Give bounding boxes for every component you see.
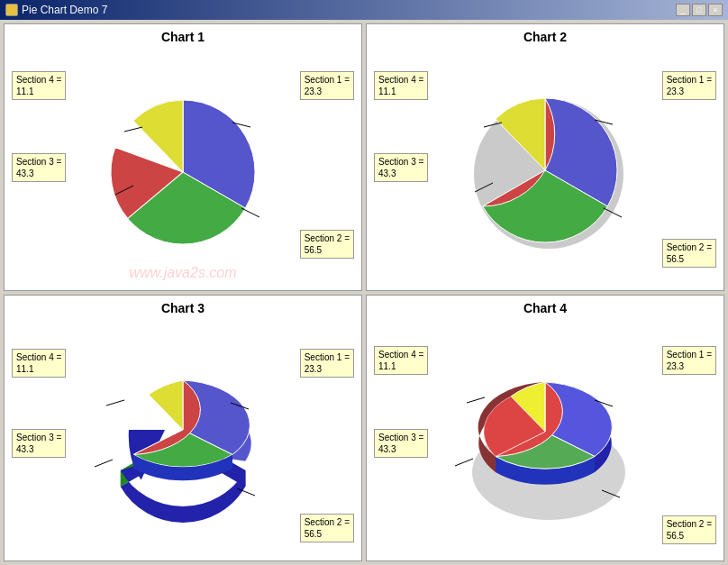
chart4-svg <box>432 342 658 535</box>
chart4-label-s3: Section 3 =43.3 <box>374 429 428 458</box>
chart2-svg <box>446 73 644 262</box>
watermark: www.java2s.com <box>129 265 236 281</box>
chart2-panel: Chart 2 <box>366 23 724 291</box>
chart3-svg <box>70 344 296 533</box>
svg-line-17 <box>455 459 473 466</box>
chart3-label-s1: Section 1 =23.3 <box>300 349 354 378</box>
window-title: Pie Chart Demo 7 <box>22 4 107 16</box>
chart3-label-s2: Section 2 =56.5 <box>300 514 354 542</box>
chart4-label-s1: Section 1 =23.3 <box>662 346 716 375</box>
svg-line-12 <box>95 460 113 467</box>
chart1-area: Section 1 =23.3 Section 2 =56.5 Section … <box>5 46 361 290</box>
chart1-label-s2: Section 2 =56.5 <box>300 230 354 259</box>
chart3-panel: Chart 3 <box>4 295 362 562</box>
chart2-title: Chart 2 <box>523 24 567 46</box>
chart4-area: Section 1 =23.3 Section 2 =56.5 Section … <box>367 317 723 561</box>
chart3-label-s4: Section 4 =11.1 <box>12 349 66 378</box>
chart1-panel: Chart 1 <box>4 23 362 291</box>
chart3-label-s3: Section 3 =43.3 <box>12 429 66 458</box>
chart2-area: Section 1 =23.3 Section 2 =56.5 Section … <box>367 46 723 290</box>
main-content: Chart 1 <box>0 20 728 565</box>
minimize-button[interactable]: _ <box>676 4 690 16</box>
chart1-label-s4: Section 4 =11.1 <box>12 71 66 100</box>
title-bar: Pie Chart Demo 7 _ □ × <box>0 0 728 20</box>
svg-line-1 <box>241 208 259 217</box>
chart2-label-s4: Section 4 =11.1 <box>374 71 428 100</box>
chart4-label-s4: Section 4 =11.1 <box>374 346 428 375</box>
chart1-label-s3: Section 3 =43.3 <box>12 153 66 182</box>
svg-line-18 <box>467 397 485 403</box>
svg-line-13 <box>106 400 124 406</box>
maximize-button[interactable]: □ <box>692 4 706 16</box>
chart2-label-s1: Section 1 =23.3 <box>662 71 716 100</box>
chart4-panel: Chart 4 <box>366 295 724 562</box>
chart3-title: Chart 3 <box>161 296 205 317</box>
chart1-label-s1: Section 1 =23.3 <box>300 71 354 100</box>
chart4-title: Chart 4 <box>523 296 567 317</box>
chart2-label-s3: Section 3 =43.3 <box>374 153 428 182</box>
chart1-svg <box>84 77 282 258</box>
close-button[interactable]: × <box>708 4 723 16</box>
svg-line-3 <box>124 127 142 132</box>
chart4-label-s2: Section 2 =56.5 <box>662 515 716 544</box>
window-controls[interactable]: _ □ × <box>676 4 723 16</box>
chart3-area: Section 1 =23.3 Section 2 =56.5 Section … <box>5 317 361 561</box>
chart1-title: Chart 1 <box>161 24 205 46</box>
app-icon <box>5 4 18 16</box>
chart2-label-s2: Section 2 =56.5 <box>662 239 716 268</box>
